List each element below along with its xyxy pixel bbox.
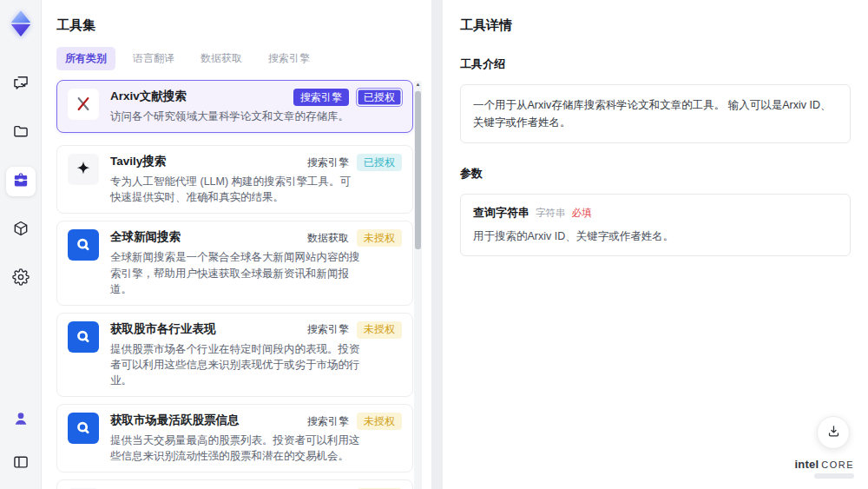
- tool-cards: Arxiv文献搜索 搜索引擎 已授权 访问各个研究领域大量科学论文和文章的存储库…: [56, 80, 413, 489]
- sidebar-item-files[interactable]: [6, 118, 36, 148]
- sidebar-item-account[interactable]: [6, 406, 36, 435]
- magnifier-blue-icon: [68, 413, 99, 444]
- magnifier-blue-icon: [68, 321, 99, 353]
- tool-card-active-stocks[interactable]: 获取市场最活跃股票信息 搜索引擎 未授权 提供当天交易量最高的股票列表。投资者可…: [56, 404, 413, 472]
- tool-description: 提供当天交易量最高的股票列表。投资者可以利用这些信息来识别流动性强的股票和潜在的…: [110, 433, 360, 464]
- tool-name: Tavily搜索: [110, 154, 166, 169]
- tool-card-tavily[interactable]: Tavily搜索 搜索引擎 已授权 专为人工智能代理 (LLM) 构建的搜索引擎…: [56, 145, 413, 214]
- app-window: 工具集 所有类别 语言翻译 数据获取 搜索引擎: [0, 0, 868, 489]
- param-description: 用于搜索的Arxiv ID、关键字或作者姓名。: [473, 228, 838, 245]
- sidebar-item-packages[interactable]: [6, 215, 36, 245]
- scroll-up-icon[interactable]: ▲: [414, 81, 422, 89]
- status-badge: 已授权: [357, 89, 402, 106]
- params-heading: 参数: [460, 166, 851, 182]
- tool-name: 获取市场最活跃股票信息: [110, 413, 240, 428]
- sidebar-item-tools[interactable]: [6, 167, 36, 196]
- param-required-flag: 必填: [572, 207, 592, 220]
- app-logo-icon: [6, 9, 36, 38]
- sidebar: [0, 0, 42, 489]
- tab-all-categories[interactable]: 所有类别: [56, 47, 115, 70]
- detail-title: 工具详情: [460, 17, 851, 34]
- tab-search-engine[interactable]: 搜索引擎: [260, 47, 319, 70]
- tool-category: 搜索引擎: [307, 155, 349, 170]
- param-type: 字符串: [536, 207, 566, 220]
- tool-name: Arxiv文献搜索: [110, 89, 187, 104]
- category-tabs: 所有类别 语言翻译 数据获取 搜索引擎: [56, 47, 422, 70]
- page-title: 工具集: [56, 17, 422, 34]
- tool-name: 全球新闻搜索: [110, 229, 181, 245]
- sidebar-collapse-button[interactable]: [6, 449, 36, 479]
- tool-name: 获取股市各行业表现: [110, 321, 216, 337]
- tool-card-sector-performance[interactable]: 获取股市各行业表现 搜索引擎 未授权 提供股票市场各个行业在特定时间段内的表现。…: [56, 313, 413, 397]
- tab-data-fetching[interactable]: 数据获取: [192, 47, 251, 70]
- status-badge: 未授权: [357, 321, 402, 339]
- collapse-panel-icon: [12, 453, 30, 474]
- category-badge: 搜索引擎: [293, 89, 349, 106]
- status-badge: 已授权: [357, 154, 402, 171]
- tab-language-translation[interactable]: 语言翻译: [124, 47, 183, 70]
- tool-description: 提供股票市场各个行业在特定时间段内的表现。投资者可以利用这些信息来识别表现优于或…: [110, 341, 360, 388]
- status-badge: 未授权: [357, 413, 402, 430]
- tool-description: 全球新闻搜索是一个聚合全球各大新闻网站内容的搜索引擎，帮助用户快速获取全球最新资…: [110, 249, 360, 296]
- intro-heading: 工具介绍: [460, 56, 851, 72]
- brand-core: core: [821, 459, 854, 470]
- tool-detail-panel: 工具详情 工具介绍 一个用于从Arxiv存储库搜索科学论文和文章的工具。 输入可…: [443, 0, 868, 489]
- sidebar-item-chat[interactable]: [6, 69, 36, 99]
- tool-category: 搜索引擎: [307, 414, 349, 429]
- tool-card-regional-news[interactable]: 万维地区新闻查询 搜索引擎 未授权 查询具体行政区划内的新闻，快速了解各地新闻动: [56, 479, 413, 489]
- folder-icon: [12, 122, 30, 143]
- magnifier-blue-icon: [68, 229, 99, 261]
- tool-list: Arxiv文献搜索 搜索引擎 已授权 访问各个研究领域大量科学论文和文章的存储库…: [56, 80, 422, 489]
- user-icon: [12, 410, 30, 431]
- tool-card-global-news[interactable]: 全球新闻搜索 数据获取 未授权 全球新闻搜索是一个聚合全球各大新闻网站内容的搜索…: [56, 221, 413, 305]
- tavily-star-icon: [68, 154, 99, 185]
- download-icon: [826, 424, 841, 441]
- chat-icon: [12, 74, 30, 95]
- scrollbar[interactable]: ▲ ▼: [414, 81, 422, 489]
- tool-intro-box: 一个用于从Arxiv存储库搜索科学论文和文章的工具。 输入可以是Arxiv ID…: [460, 84, 851, 143]
- tool-description: 访问各个研究领域大量科学论文和文章的存储库。: [110, 109, 360, 124]
- toolbox-icon: [12, 171, 30, 192]
- brand-sub-mark: [814, 473, 854, 479]
- tool-description: 专为人工智能代理 (LLM) 构建的搜索引擎工具。可快速提供实时、准确和真实的结…: [110, 174, 360, 205]
- brand-intel: intel: [794, 458, 819, 471]
- download-button[interactable]: [817, 416, 850, 449]
- tool-card-arxiv[interactable]: Arxiv文献搜索 搜索引擎 已授权 访问各个研究领域大量科学论文和文章的存储库…: [56, 80, 413, 133]
- arxiv-logo-icon: [68, 89, 99, 120]
- sidebar-item-settings[interactable]: [6, 264, 36, 294]
- status-badge: 未授权: [357, 229, 402, 247]
- param-name: 查询字符串: [473, 205, 529, 221]
- tool-category: 数据获取: [307, 231, 349, 246]
- gear-icon: [12, 268, 30, 289]
- tool-list-panel: 工具集 所有类别 语言翻译 数据获取 搜索引擎: [42, 0, 431, 489]
- param-card: 查询字符串 字符串 必填 用于搜索的Arxiv ID、关键字或作者姓名。: [460, 194, 851, 256]
- sidebar-bottom: [6, 406, 36, 479]
- scrollbar-thumb[interactable]: [415, 91, 421, 249]
- package-icon: [12, 220, 30, 241]
- sidebar-nav: [6, 69, 36, 294]
- intel-core-logo: intelcore: [794, 458, 854, 479]
- tool-category: 搜索引擎: [307, 322, 349, 337]
